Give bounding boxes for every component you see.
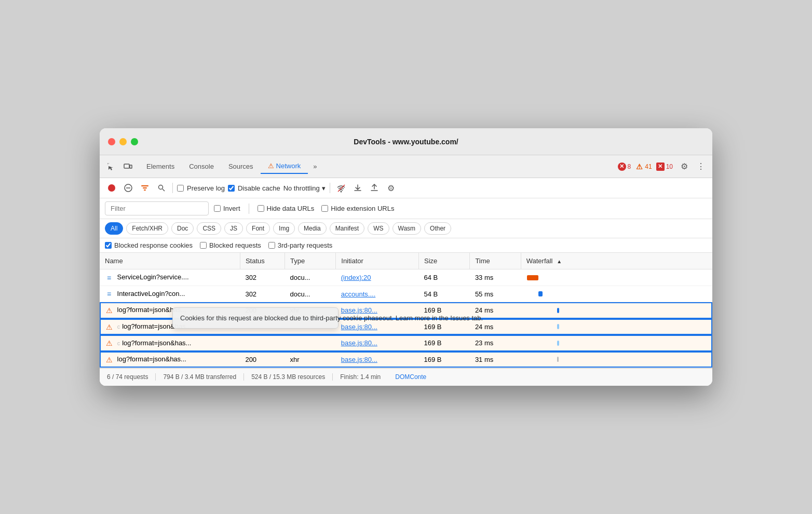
col-header-waterfall[interactable]: Waterfall ▲ — [521, 253, 712, 269]
row-status: 302 — [240, 269, 285, 286]
type-btn-other[interactable]: Other — [424, 222, 451, 235]
cursor-icon-btn[interactable] — [104, 159, 118, 174]
devtools-window: DevTools - www.youtube.com/ — [100, 128, 712, 385]
hide-ext-urls-checkbox[interactable] — [321, 205, 328, 212]
wifi-icon-btn[interactable] — [334, 181, 348, 195]
invert-checkbox[interactable] — [214, 205, 221, 212]
table-row[interactable]: ≡ ServiceLogin?service.... 302 docu... (… — [100, 269, 712, 286]
table-row-warned[interactable]: ⚠ clog?format=json&has... base.js:80... … — [100, 335, 712, 351]
row-initiator[interactable]: accounts.... — [336, 286, 419, 302]
table-row[interactable]: ≡ InteractiveLogin?con... 302 docu... ac… — [100, 286, 712, 302]
finish-time: Finish: 1.4 min — [333, 373, 388, 381]
disable-cache-checkbox[interactable] — [228, 185, 235, 192]
c-prefix: c — [117, 323, 120, 330]
type-btn-all[interactable]: All — [105, 222, 123, 235]
clear-btn[interactable] — [121, 181, 135, 195]
more-options-btn[interactable]: ⋮ — [694, 159, 708, 174]
tab-sources[interactable]: Sources — [221, 159, 261, 173]
table-row-warned[interactable]: ⚠ log?format=json&has... 200 xhr base.js… — [100, 351, 712, 368]
traffic-lights — [108, 138, 138, 145]
warning-icon: ⚠ — [635, 163, 643, 171]
import-btn[interactable] — [351, 181, 364, 195]
warning-icon: ⚠ — [105, 323, 113, 331]
network-warning-icon: ⚠ — [268, 162, 274, 170]
type-btn-css[interactable]: CSS — [197, 222, 221, 235]
preserve-log-checkbox[interactable] — [177, 185, 184, 192]
export-btn[interactable] — [368, 181, 381, 195]
titlebar: DevTools - www.youtube.com/ — [100, 128, 712, 155]
waterfall-bar — [557, 308, 559, 313]
third-party-checkbox[interactable] — [268, 242, 275, 249]
svg-rect-3 — [124, 164, 129, 168]
row-initiator[interactable]: (index):20 — [336, 269, 419, 286]
blocked-row: Blocked response cookies Blocked request… — [100, 238, 712, 253]
warning-icon: ⚠ — [105, 306, 113, 315]
row-initiator[interactable]: base.js:80... — [336, 335, 419, 351]
col-header-initiator[interactable]: Initiator — [336, 253, 419, 269]
toolbar: Preserve log Disable cache No throttling… — [100, 178, 712, 198]
blocked-icon: ✕ — [656, 163, 665, 171]
row-type: docu... — [285, 286, 335, 302]
filter-sep — [249, 204, 249, 214]
disable-cache-label[interactable]: Disable cache — [228, 184, 280, 192]
waterfall-bar — [557, 324, 559, 329]
row-status: 302 — [240, 286, 285, 302]
row-size: 54 B — [419, 286, 470, 302]
filter-icon-btn[interactable] — [138, 181, 152, 195]
hide-data-urls-checkbox[interactable] — [258, 205, 264, 212]
row-name: ≡ InteractiveLogin?con... — [100, 286, 240, 302]
col-header-name[interactable]: Name — [100, 253, 240, 269]
svg-rect-2 — [107, 165, 108, 165]
type-btn-js[interactable]: JS — [224, 222, 243, 235]
type-btn-img[interactable]: Img — [273, 222, 295, 235]
hide-data-urls-label[interactable]: Hide data URLs — [258, 205, 315, 212]
type-btn-ws[interactable]: WS — [368, 222, 389, 235]
table-row-warned[interactable]: ⚠ log?format=json&has... Cookies for thi… — [100, 302, 712, 319]
col-header-type[interactable]: Type — [285, 253, 335, 269]
svg-rect-1 — [109, 163, 110, 164]
preserve-log-label[interactable]: Preserve log — [177, 184, 225, 192]
type-btn-font[interactable]: Font — [246, 222, 270, 235]
settings-icon-btn[interactable]: ⚙ — [677, 159, 692, 174]
filter-input-wrap — [105, 201, 209, 215]
tab-network[interactable]: ⚠Network — [261, 159, 308, 174]
filter-input[interactable] — [105, 201, 209, 215]
status-bar: 6 / 74 requests 794 B / 3.4 MB transferr… — [100, 368, 712, 386]
type-btn-manifest[interactable]: Manifest — [330, 222, 364, 235]
hide-ext-urls-label[interactable]: Hide extension URLs — [321, 205, 394, 212]
filter-bar: Invert Hide data URLs Hide extension URL… — [100, 198, 712, 219]
third-party-label[interactable]: 3rd-party requests — [268, 241, 333, 249]
type-btn-media[interactable]: Media — [298, 222, 327, 235]
row-initiator[interactable]: base.js:80... — [336, 351, 419, 368]
requests-count: 6 / 74 requests — [107, 373, 156, 381]
network-settings-btn[interactable]: ⚙ — [384, 181, 398, 195]
type-btn-wasm[interactable]: Wasm — [393, 222, 422, 235]
stop-recording-btn[interactable] — [105, 181, 118, 195]
minimize-button[interactable] — [119, 138, 127, 145]
row-waterfall — [521, 286, 712, 302]
tab-more[interactable]: » — [308, 159, 322, 173]
type-btn-fetch-xhr[interactable]: Fetch/XHR — [126, 222, 168, 235]
search-btn[interactable] — [155, 181, 168, 195]
row-waterfall — [521, 269, 712, 286]
close-button[interactable] — [108, 138, 115, 145]
blocked-cookies-label[interactable]: Blocked response cookies — [105, 241, 193, 249]
maximize-button[interactable] — [131, 138, 138, 145]
warning-icon: ⚠ — [105, 339, 113, 347]
tab-elements[interactable]: Elements — [139, 159, 182, 173]
throttle-select[interactable]: No throttling ▾ — [283, 184, 326, 192]
blocked-requests-checkbox[interactable] — [200, 242, 207, 249]
invert-label[interactable]: Invert — [214, 205, 240, 212]
row-status: 200 — [240, 351, 285, 368]
blocked-requests-label[interactable]: Blocked requests — [200, 241, 261, 249]
row-status — [240, 335, 285, 351]
row-name: ⚠ log?format=json&has... Cookies for thi… — [100, 302, 240, 319]
col-header-status[interactable]: Status — [240, 253, 285, 269]
type-btn-doc[interactable]: Doc — [171, 222, 194, 235]
device-toolbar-btn[interactable] — [120, 159, 135, 174]
col-header-size[interactable]: Size — [419, 253, 470, 269]
tab-console[interactable]: Console — [182, 159, 221, 173]
row-waterfall — [521, 351, 712, 368]
col-header-time[interactable]: Time — [470, 253, 521, 269]
blocked-cookies-checkbox[interactable] — [105, 242, 112, 249]
